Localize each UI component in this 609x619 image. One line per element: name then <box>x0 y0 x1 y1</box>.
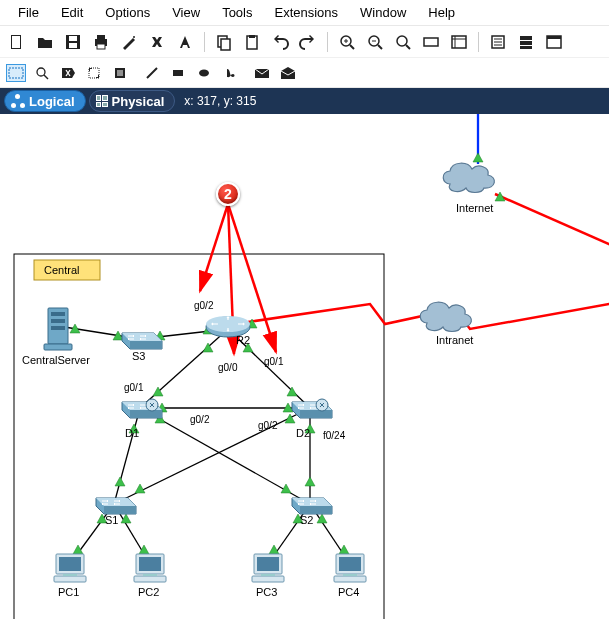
main-toolbar <box>0 26 609 58</box>
label-intranet: Intranet <box>436 334 473 346</box>
logical-view-tab[interactable]: Logical <box>4 90 86 112</box>
device-d2[interactable] <box>292 399 332 418</box>
tile-icon[interactable] <box>448 31 470 53</box>
menu-edit[interactable]: Edit <box>51 3 93 22</box>
zoom-out-icon[interactable] <box>364 31 386 53</box>
callout-marker-2: 2 <box>216 182 240 206</box>
svg-line-43 <box>147 68 157 78</box>
topology-workspace[interactable]: 1 2 Central Internet Intranet CentralSer… <box>0 114 609 619</box>
delete-icon[interactable] <box>58 64 78 82</box>
device-s3[interactable] <box>122 333 162 349</box>
physical-view-label: Physical <box>112 94 165 109</box>
label-r2: R2 <box>236 334 250 346</box>
links-black <box>58 326 350 564</box>
save-icon[interactable] <box>62 31 84 53</box>
menu-extensions[interactable]: Extensions <box>264 3 348 22</box>
device-pc4[interactable] <box>334 554 366 582</box>
device-central-server[interactable] <box>44 308 72 350</box>
server-icon[interactable] <box>515 31 537 53</box>
label-d1: D1 <box>125 427 139 439</box>
draw-ellipse-icon[interactable] <box>194 64 214 82</box>
magnify-icon[interactable] <box>32 64 52 82</box>
view-bar: Logical Physical x: 317, y: 315 <box>0 88 609 114</box>
label-internet: Internet <box>456 202 493 214</box>
svg-point-20 <box>397 36 407 46</box>
svg-rect-23 <box>452 36 466 48</box>
svg-rect-6 <box>97 35 105 39</box>
label-central-server: CentralServer <box>22 354 90 366</box>
menu-tools[interactable]: Tools <box>212 3 262 22</box>
note-icon[interactable] <box>110 64 130 82</box>
label-d2: D2 <box>296 427 310 439</box>
iface-d2-g02: g0/2 <box>258 420 277 431</box>
redo-icon[interactable] <box>297 31 319 53</box>
svg-point-45 <box>199 69 209 76</box>
logical-view-label: Logical <box>29 94 75 109</box>
undo-icon[interactable] <box>269 31 291 53</box>
label-s1: S1 <box>105 514 118 526</box>
draw-rect-icon[interactable] <box>420 31 442 53</box>
svg-point-8 <box>133 36 135 38</box>
select-rect-icon[interactable] <box>6 64 26 82</box>
svg-line-64 <box>114 408 140 504</box>
iface-d1-g01: g0/1 <box>124 382 143 393</box>
device-d1[interactable] <box>122 399 162 418</box>
menu-window[interactable]: Window <box>350 3 416 22</box>
resize-icon[interactable] <box>84 64 104 82</box>
svg-rect-31 <box>520 41 532 45</box>
draw-filled-rect-icon[interactable] <box>168 64 188 82</box>
list-icon[interactable] <box>487 31 509 53</box>
svg-rect-12 <box>249 35 255 38</box>
device-pc2[interactable] <box>134 554 166 582</box>
zoom-reset-icon[interactable] <box>392 31 414 53</box>
draw-line-icon[interactable] <box>142 64 162 82</box>
label-s3: S3 <box>132 350 145 362</box>
menu-file[interactable]: File <box>8 3 49 22</box>
svg-rect-4 <box>69 43 77 48</box>
settings-icon[interactable] <box>146 31 168 53</box>
window-icon[interactable] <box>543 31 565 53</box>
svg-rect-38 <box>89 68 99 78</box>
open-folder-icon[interactable] <box>34 31 56 53</box>
svg-rect-32 <box>520 46 532 49</box>
menu-view[interactable]: View <box>162 3 210 22</box>
copy-icon[interactable] <box>213 31 235 53</box>
device-internet[interactable] <box>443 163 494 192</box>
svg-rect-3 <box>69 36 77 41</box>
device-s2[interactable] <box>292 498 332 514</box>
svg-point-36 <box>37 68 45 76</box>
menu-options[interactable]: Options <box>95 3 160 22</box>
closed-envelope-icon[interactable] <box>252 64 272 82</box>
svg-rect-34 <box>547 36 561 39</box>
label-pc2: PC2 <box>138 586 159 598</box>
link-red-internet <box>495 194 609 249</box>
svg-rect-1 <box>12 36 20 48</box>
svg-line-37 <box>44 75 48 79</box>
device-s1[interactable] <box>96 498 136 514</box>
iface-d2-f024: f0/24 <box>323 430 345 441</box>
text-tool-icon[interactable] <box>174 31 196 53</box>
paste-icon[interactable] <box>241 31 263 53</box>
label-pc4: PC4 <box>338 586 359 598</box>
menubar: File Edit Options View Tools Extensions … <box>0 0 609 26</box>
svg-rect-30 <box>520 36 532 40</box>
device-pc3[interactable] <box>252 554 284 582</box>
wizard-icon[interactable] <box>118 31 140 53</box>
svg-rect-22 <box>424 38 438 46</box>
zoom-in-icon[interactable] <box>336 31 358 53</box>
device-intranet[interactable] <box>420 302 471 331</box>
draw-freeform-icon[interactable] <box>220 64 240 82</box>
svg-rect-7 <box>97 44 105 49</box>
physical-view-tab[interactable]: Physical <box>89 90 176 112</box>
open-envelope-icon[interactable] <box>278 64 298 82</box>
iface-r2-g01: g0/1 <box>264 356 283 367</box>
cursor-coords: x: 317, y: 315 <box>184 94 256 108</box>
label-pc1: PC1 <box>58 586 79 598</box>
svg-line-66 <box>114 408 310 504</box>
new-file-icon[interactable] <box>6 31 28 53</box>
print-icon[interactable] <box>90 31 112 53</box>
device-pc1[interactable] <box>54 554 86 582</box>
menu-help[interactable]: Help <box>418 3 465 22</box>
svg-rect-10 <box>221 39 230 50</box>
iface-r2-g00: g0/0 <box>218 362 237 373</box>
